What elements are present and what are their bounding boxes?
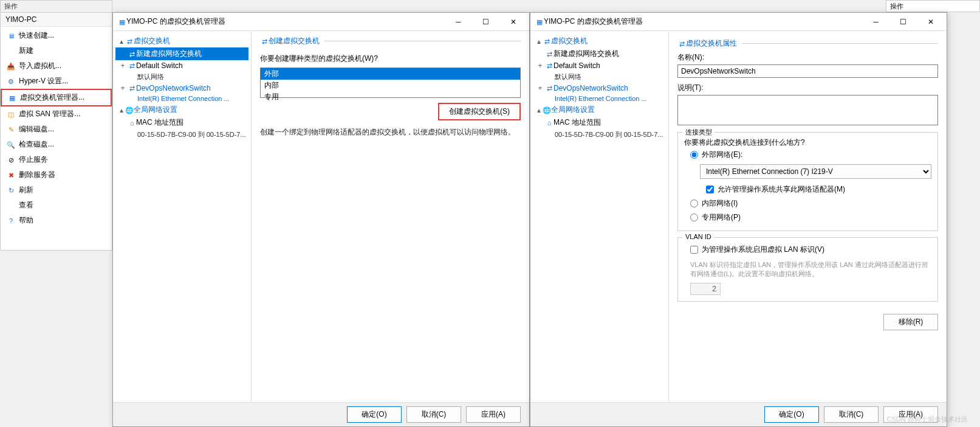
tree-item-mac[interactable]: ⌂ MAC 地址范围 [115,116,248,129]
dialog-buttons: 确定(O) 取消(C) 应用(A) [530,402,947,426]
listbox-item-external[interactable]: 外部 [261,68,520,80]
share-checkbox-row[interactable]: 允许管理操作系统共享此网络适配器(M) [700,182,931,196]
cancel-button[interactable]: 取消(C) [406,406,461,423]
close-button[interactable]: ✕ [917,13,944,30]
vlan-checkbox-row[interactable]: 为管理操作系统启用虚拟 LAN 标识(V) [684,243,931,257]
tree-section-global[interactable]: ▴🌐 全局网络设置 [115,103,248,116]
maximize-button[interactable]: ☐ [472,13,499,30]
listbox-item-private[interactable]: 专用 [261,91,520,103]
sidebar-item-label: 检查磁盘... [19,139,54,150]
sidebar-item-5[interactable]: ◫虚拟 SAN 管理器... [1,106,112,122]
tree-sub-devops: Intel(R) Ethernet Connection ... [533,94,666,103]
sidebar-item-4[interactable]: ▦虚拟交换机管理器... [1,89,112,106]
network-icon: ⇄ [125,37,134,46]
globe-icon: 🌐 [125,106,134,114]
sidebar-item-label: 虚拟交换机管理器... [20,92,84,103]
name-input[interactable] [677,64,938,78]
sidebar-item-label: 删除服务器 [19,170,55,180]
tree-sub-mac: 00-15-5D-7B-C9-00 到 00-15-5D-7... [533,129,666,141]
radio-private[interactable]: 专用网络(P) [684,210,931,224]
tree-sub-default: 默认网络 [115,71,248,83]
sidebar-item-label: 刷新 [19,185,33,195]
switch-type-listbox[interactable]: 外部 内部 专用 [260,68,521,98]
host-label[interactable]: YIMO-PC [1,13,112,27]
share-checkbox[interactable] [706,186,714,193]
sidebar-item-label: Hyper-V 设置... [19,76,68,86]
listbox-item-internal[interactable]: 内部 [261,80,520,91]
tree-sub-devops: Intel(R) Ethernet Connection ... [115,94,248,103]
radio-internal[interactable]: 内部网络(I) [684,196,931,210]
vlan-group: VLAN ID 为管理操作系统启用虚拟 LAN 标识(V) VLAN 标识符指定… [677,237,938,302]
window-title: YIMO-PC 的虚拟交换机管理器 [126,16,445,27]
network-icon: ⇄ [543,37,551,46]
mac-icon: ⌂ [545,119,553,127]
apply-button[interactable]: 应用(A) [466,406,521,423]
minimize-button[interactable]: ─ [862,13,889,30]
apply-button[interactable]: 应用(A) [883,406,938,423]
sidebar-item-label: 虚拟 SAN 管理器... [19,109,80,119]
maximize-button[interactable]: ☐ [889,13,917,30]
sidebar-item-label: 编辑磁盘... [19,124,54,134]
sidebar-item-label: 停止服务 [19,154,48,165]
tree-section-global[interactable]: ▴🌐 全局网络设置 [533,103,666,116]
dialog-buttons: 确定(O) 取消(C) 应用(A) [113,402,529,426]
action-icon: ⚙ [7,77,15,86]
mac-icon: ⌂ [128,119,136,127]
action-icon: ◫ [7,110,15,119]
sidebar-item-8[interactable]: ⊘停止服务 [1,152,112,167]
switch-icon: ⇄ [128,61,136,70]
adapter-select[interactable]: Intel(R) Ethernet Connection (7) I219-V [700,164,931,179]
minimize-button[interactable]: ─ [445,13,472,30]
desc-textarea[interactable] [677,95,938,125]
cancel-button[interactable]: 取消(C) [824,406,879,423]
close-button[interactable]: ✕ [499,13,527,30]
tree-item-new-vswitch[interactable]: ⇄ 新建虚拟网络交换机 [533,47,666,60]
action-icon: ↻ [7,186,15,195]
sidebar-item-9[interactable]: ✖删除服务器 [1,167,112,182]
tree-item-mac[interactable]: ⌂ MAC 地址范围 [533,116,666,129]
action-icon: ✖ [7,171,15,179]
ok-button[interactable]: 确定(O) [347,406,402,423]
action-icon: 🔍 [7,141,15,149]
connection-type-group: 连接类型 你要将此虚拟交换机连接到什么地方? 外部网络(E): Intel(R)… [677,132,938,231]
vswitch-manager-window-props: ▦ YIMO-PC 的虚拟交换机管理器 ─ ☐ ✕ ▴⇄ 虚拟交换机 ⇄ 新建虚… [530,12,947,427]
tree-item-default-switch[interactable]: + ⇄ Default Switch [533,60,666,71]
globe-icon: 🌐 [543,106,551,114]
sidebar-item-0[interactable]: 🖥快速创建... [1,28,112,43]
sidebar-item-10[interactable]: ↻刷新 [1,182,112,198]
sidebar-item-7[interactable]: 🔍检查磁盘... [1,137,112,152]
titlebar: ▦ YIMO-PC 的虚拟交换机管理器 ─ ☐ ✕ [113,13,529,31]
tree-item-devops[interactable]: + ⇄ DevOpsNetworkSwitch [533,83,666,94]
vlan-checkbox[interactable] [690,246,698,254]
tree-item-new-vswitch[interactable]: ⇄ 新建虚拟网络交换机 [115,47,248,60]
titlebar: ▦ YIMO-PC 的虚拟交换机管理器 ─ ☐ ✕ [530,13,947,31]
window-title: YIMO-PC 的虚拟交换机管理器 [544,16,862,27]
radio-private-input[interactable] [690,214,698,221]
action-icon: 📥 [7,62,15,71]
tree-item-devops[interactable]: + ⇄ DevOpsNetworkSwitch [115,83,248,94]
vswitch-manager-window-create: ▦ YIMO-PC 的虚拟交换机管理器 ─ ☐ ✕ ▴⇄ 虚拟交换机 ⇄ 新建虚… [112,12,530,427]
radio-internal-input[interactable] [690,200,698,207]
actions-sidebar: 操作 YIMO-PC 🖥快速创建...新建📥导入虚拟机...⚙Hyper-V 设… [0,0,112,251]
group-title: 连接类型 [683,128,714,137]
tree-section-vswitch[interactable]: ▴⇄ 虚拟交换机 [533,35,666,47]
radio-external[interactable]: 外部网络(E): [684,148,931,162]
sidebar-item-2[interactable]: 📥导入虚拟机... [1,58,112,74]
sidebar-item-11[interactable]: 查看 [1,198,112,213]
sidebar-item-6[interactable]: ✎编辑磁盘... [1,122,112,137]
tree-item-default-switch[interactable]: + ⇄ Default Switch [115,60,248,71]
vlan-id-input [690,283,721,295]
sidebar-item-1[interactable]: 新建 [1,43,112,58]
action-icon: ⊘ [7,156,15,164]
ok-button[interactable]: 确定(O) [764,406,819,423]
remove-button[interactable]: 移除(R) [883,314,938,330]
vlan-help: VLAN 标识符指定虚拟 LAN，管理操作系统使用该 LAN 通过此网络适配器进… [684,257,931,279]
create-vswitch-panel: ⇄ 创建虚拟交换机 你要创建哪种类型的虚拟交换机(W)? 外部 内部 专用 创建… [252,31,529,402]
switch-icon: ⇄ [545,84,553,92]
sidebar-item-12[interactable]: ?帮助 [1,213,112,228]
sidebar-item-3[interactable]: ⚙Hyper-V 设置... [1,74,112,89]
new-icon: ⇄ [128,50,136,58]
tree-section-vswitch[interactable]: ▴⇄ 虚拟交换机 [115,35,248,47]
create-vswitch-button[interactable]: 创建虚拟交换机(S) [438,103,521,120]
radio-external-input[interactable] [690,151,698,159]
